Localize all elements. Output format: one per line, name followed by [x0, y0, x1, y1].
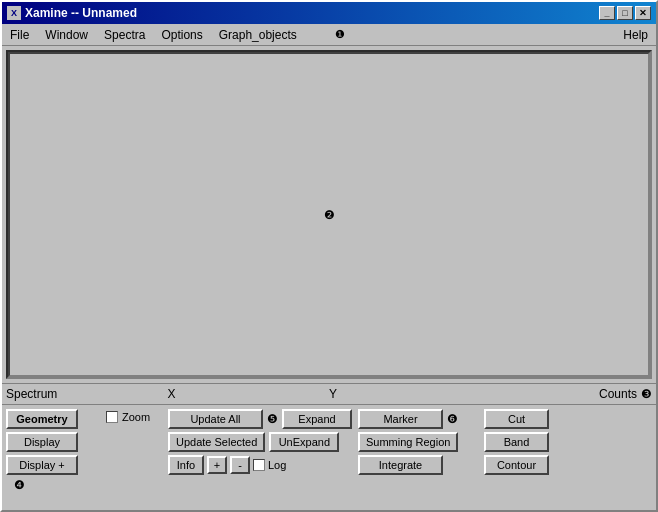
cut-button[interactable]: Cut	[484, 409, 549, 429]
menu-spectra[interactable]: Spectra	[96, 26, 153, 44]
badge-6: ❻	[447, 412, 458, 426]
panel-left: Geometry Display Display + ❹	[6, 409, 96, 506]
status-bar: Spectrum X Y Counts ❸	[2, 383, 656, 405]
x-label: X	[168, 387, 176, 401]
app-icon: X	[7, 6, 21, 20]
canvas-area: ❷	[6, 50, 652, 379]
zoom-row: Zoom	[102, 411, 162, 423]
menu-file[interactable]: File	[2, 26, 37, 44]
log-checkbox-label[interactable]: Log	[253, 459, 286, 471]
status-spectrum: Spectrum	[6, 387, 168, 401]
plus-button[interactable]: +	[207, 456, 227, 474]
display-button[interactable]: Display	[6, 432, 78, 452]
panel-right1: Marker ❻ Summing Region Integrate	[358, 409, 478, 506]
status-x: X	[168, 387, 330, 401]
zoom-checkbox[interactable]	[106, 411, 118, 423]
minimize-button[interactable]: _	[599, 6, 615, 20]
main-window: X Xamine -- Unnamed _ □ ✕ File Window Sp…	[0, 0, 658, 512]
title-bar-left: X Xamine -- Unnamed	[7, 6, 137, 20]
panel-middle: Update All ❺ Expand Update Selected UnEx…	[168, 409, 352, 506]
badge-1: ❶	[335, 28, 345, 41]
title-bar: X Xamine -- Unnamed _ □ ✕	[2, 2, 656, 24]
close-button[interactable]: ✕	[635, 6, 651, 20]
expand-button[interactable]: Expand	[282, 409, 352, 429]
info-row: Info + - Log	[168, 455, 352, 475]
update-selected-button[interactable]: Update Selected	[168, 432, 265, 452]
spectrum-label: Spectrum	[6, 387, 57, 401]
geometry-button[interactable]: Geometry	[6, 409, 78, 429]
log-label: Log	[268, 459, 286, 471]
status-counts: Counts ❸	[491, 387, 653, 401]
panel-right2: Cut Band Contour	[484, 409, 549, 506]
window-title: Xamine -- Unnamed	[25, 6, 137, 20]
display-plus-button[interactable]: Display +	[6, 455, 78, 475]
canvas-badge: ❷	[324, 208, 335, 222]
minus-button[interactable]: -	[230, 456, 250, 474]
canvas-inner: ❷	[8, 52, 650, 377]
menu-options[interactable]: Options	[153, 26, 210, 44]
unexpand-button[interactable]: UnExpand	[269, 432, 339, 452]
zoom-checkbox-label[interactable]: Zoom	[106, 411, 150, 423]
menu-graph-objects[interactable]: Graph_objects	[211, 26, 305, 44]
contour-button[interactable]: Contour	[484, 455, 549, 475]
y-label: Y	[329, 387, 337, 401]
menu-window[interactable]: Window	[37, 26, 96, 44]
integrate-button[interactable]: Integrate	[358, 455, 443, 475]
badge-5: ❺	[267, 412, 278, 426]
counts-label: Counts	[599, 387, 637, 401]
zoom-panel: Zoom	[102, 409, 162, 506]
band-button[interactable]: Band	[484, 432, 549, 452]
badge-3: ❸	[641, 387, 652, 401]
badge-4: ❹	[14, 478, 96, 492]
title-bar-buttons: _ □ ✕	[599, 6, 651, 20]
status-y: Y	[329, 387, 491, 401]
menu-bar: File Window Spectra Options Graph_object…	[2, 24, 656, 46]
log-checkbox[interactable]	[253, 459, 265, 471]
bottom-panel: Geometry Display Display + ❹ Zoom Update…	[2, 405, 656, 510]
menu-help[interactable]: Help	[615, 26, 656, 44]
info-button[interactable]: Info	[168, 455, 204, 475]
zoom-label: Zoom	[122, 411, 150, 423]
summing-region-button[interactable]: Summing Region	[358, 432, 458, 452]
maximize-button[interactable]: □	[617, 6, 633, 20]
marker-button[interactable]: Marker	[358, 409, 443, 429]
update-all-button[interactable]: Update All	[168, 409, 263, 429]
